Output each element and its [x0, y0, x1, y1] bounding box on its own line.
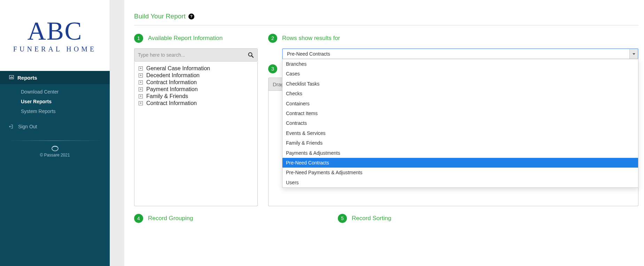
svg-rect-3: [12, 77, 13, 78]
step1-number: 1: [134, 34, 143, 43]
tree-item[interactable]: +Decedent Information: [139, 72, 253, 79]
chevron-down-icon: [633, 53, 635, 55]
expand-icon[interactable]: +: [139, 73, 143, 78]
nav-section-label: Reports: [17, 75, 37, 81]
step4-title: Record Grouping: [148, 215, 193, 222]
step1-head: 1 Available Report Information: [134, 34, 258, 43]
reports-icon: [9, 75, 14, 80]
step2-title: Rows show results for: [282, 35, 340, 42]
search-input[interactable]: [138, 52, 248, 58]
signout-link[interactable]: Sign Out: [0, 119, 110, 134]
logo-sub: Funeral Home: [13, 45, 96, 53]
rows-select-value: Pre-Need Contracts: [283, 51, 629, 57]
step2-column: 2 Rows show results for Pre-Need Contrac…: [268, 34, 638, 206]
page-title: Build Your Report: [134, 13, 186, 20]
logo-main: ABC: [27, 18, 82, 44]
expand-icon[interactable]: +: [139, 66, 143, 71]
nav-section-reports[interactable]: Reports: [0, 71, 110, 84]
tree-label: General Case Information: [146, 65, 210, 72]
tree-label: Contract Information: [146, 79, 197, 86]
nav-item-user-reports[interactable]: User Reports: [0, 97, 110, 106]
step3-number: 3: [268, 64, 277, 73]
step2-head: 2 Rows show results for: [268, 34, 638, 43]
svg-rect-2: [11, 76, 12, 78]
bottom-row: 4 Record Grouping 5 Record Sorting: [134, 214, 638, 228]
dropdown-item[interactable]: Checklist Tasks: [282, 79, 638, 89]
tree-label: Payment Information: [146, 86, 198, 92]
expand-icon[interactable]: +: [139, 101, 143, 105]
logo: ABC Funeral Home: [0, 0, 110, 71]
nav-list: Download Center User Reports System Repo…: [0, 84, 110, 119]
step1-title: Available Report Information: [148, 35, 223, 42]
help-icon[interactable]: ?: [188, 14, 194, 19]
dropdown-item[interactable]: Contracts: [282, 118, 638, 128]
dropdown-item[interactable]: Containers: [282, 99, 638, 108]
step5-head: 5 Record Sorting: [338, 214, 638, 223]
dropdown-item[interactable]: Pre-Need Payments & Adjustments: [282, 168, 638, 177]
nav-item-system-reports[interactable]: System Reports: [0, 106, 110, 116]
rows-select-dropdown[interactable]: Branches Cases Checklist Tasks Checks Co…: [282, 59, 638, 188]
search-icon[interactable]: [248, 52, 254, 58]
dropdown-item[interactable]: Family & Friends: [282, 138, 638, 148]
search-box[interactable]: [134, 48, 258, 62]
gutter: [110, 0, 124, 266]
rows-select[interactable]: Pre-Need Contracts: [282, 48, 638, 59]
dropdown-item[interactable]: Payments & Adjustments: [282, 148, 638, 158]
tree-panel: +General Case Information +Decedent Info…: [134, 62, 258, 206]
step2-number: 2: [268, 34, 277, 43]
step1-column: 1 Available Report Information +General …: [134, 34, 258, 206]
separator: [134, 25, 638, 25]
main: Build Your Report ? 1 Available Report I…: [124, 0, 644, 266]
tree-label: Contract Information: [146, 100, 197, 106]
brand-footer: © Passare 2021: [0, 145, 110, 158]
svg-rect-1: [10, 77, 11, 78]
step4-number: 4: [134, 214, 143, 223]
dropdown-item[interactable]: Cases: [282, 69, 638, 79]
divider: [7, 140, 103, 141]
nav-item-download-center[interactable]: Download Center: [0, 87, 110, 97]
step5-number: 5: [338, 214, 347, 223]
tree-label: Family & Friends: [146, 93, 188, 99]
dropdown-item-selected[interactable]: Pre-Need Contracts: [282, 158, 638, 168]
brand-glyph-icon: [0, 145, 110, 152]
tree-item[interactable]: +General Case Information: [139, 65, 253, 72]
page-title-row: Build Your Report ?: [134, 0, 638, 25]
tree-item[interactable]: +Contract Information: [139, 79, 253, 86]
copyright: © Passare 2021: [40, 153, 70, 158]
tree-item[interactable]: +Family & Friends: [139, 93, 253, 100]
dropdown-item[interactable]: Users: [282, 178, 638, 187]
tree-item[interactable]: +Contract Information: [139, 100, 253, 107]
step5-title: Record Sorting: [352, 215, 391, 222]
tree-label: Decedent Information: [146, 72, 200, 79]
signout-label: Sign Out: [18, 124, 37, 129]
svg-line-6: [252, 56, 254, 58]
dropdown-item[interactable]: Contract Items: [282, 108, 638, 118]
expand-icon[interactable]: +: [139, 87, 143, 91]
dropdown-item[interactable]: Checks: [282, 89, 638, 98]
tree-item[interactable]: +Payment Information: [139, 86, 253, 93]
signout-icon: [9, 124, 14, 129]
nav: Reports Download Center User Reports Sys…: [0, 71, 110, 119]
dropdown-item[interactable]: Branches: [282, 59, 638, 69]
dropdown-item[interactable]: Events & Services: [282, 128, 638, 138]
expand-icon[interactable]: +: [139, 94, 143, 98]
step4-head: 4 Record Grouping: [134, 214, 258, 223]
rows-select-toggle[interactable]: [629, 49, 638, 59]
expand-icon[interactable]: +: [139, 80, 143, 84]
sidebar: ABC Funeral Home Reports Download Center…: [0, 0, 110, 266]
